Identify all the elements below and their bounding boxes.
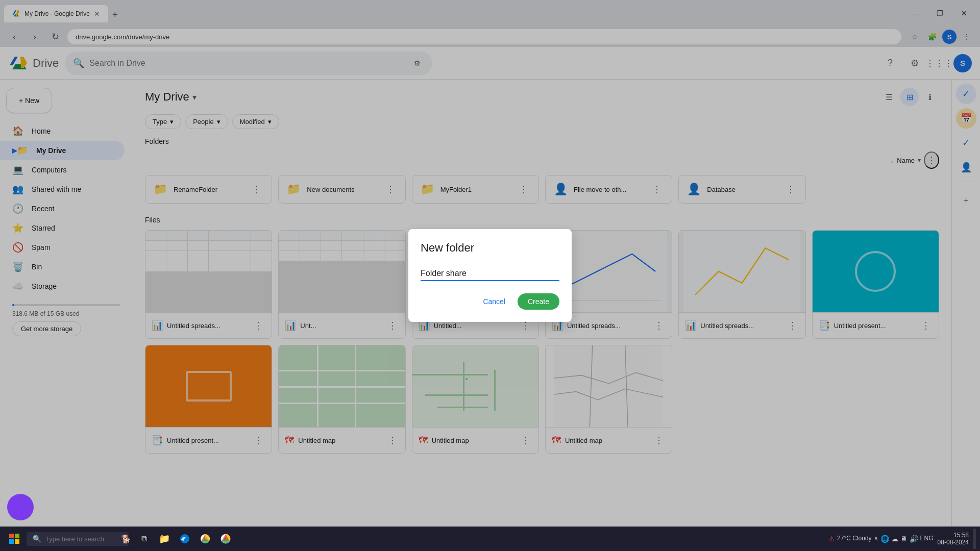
error-icon: ⚠ xyxy=(828,535,835,543)
taskbar-app-icons: ⧉ 📁 xyxy=(135,530,235,548)
taskbar-clock: 15:58 08-08-2024 xyxy=(938,532,969,546)
show-hidden-icon[interactable]: ∧ xyxy=(874,535,878,543)
taskbar-file-explorer-icon[interactable]: 📁 xyxy=(155,530,174,548)
system-overlay-circle xyxy=(7,494,34,520)
dialog-actions: Cancel Create xyxy=(421,293,559,310)
taskbar-chrome-icon[interactable] xyxy=(196,530,214,548)
taskbar-search-icon: 🔍 xyxy=(33,535,41,543)
svg-point-11 xyxy=(180,534,189,543)
date-display: 08-08-2024 xyxy=(938,539,969,546)
taskbar-right: ⚠ 27°C Cloudy ∧ 🌐 ☁ 🖥 🔊 ENG 15:58 08-08-… xyxy=(828,529,976,549)
folder-name-input[interactable] xyxy=(421,267,559,281)
language-label: ENG xyxy=(920,535,934,543)
dialog-title: New folder xyxy=(421,241,559,255)
cloud-icon: ☁ xyxy=(891,535,898,543)
svg-rect-8 xyxy=(15,534,19,538)
taskbar-taskview-icon[interactable]: ⧉ xyxy=(135,530,153,548)
time-display: 15:58 xyxy=(938,532,969,539)
create-button[interactable]: Create xyxy=(518,293,559,310)
modal-overlay: New folder Cancel Create xyxy=(0,0,980,551)
svg-rect-9 xyxy=(9,539,14,544)
taskbar-edge-icon[interactable] xyxy=(176,530,194,548)
system-tray-icons: ⚠ 27°C Cloudy ∧ 🌐 ☁ 🖥 🔊 ENG xyxy=(828,535,934,543)
taskbar-search-input[interactable] xyxy=(45,535,117,543)
taskbar-search-area[interactable]: 🔍 🐕 xyxy=(27,532,129,546)
show-desktop-button[interactable] xyxy=(973,529,976,549)
new-folder-dialog: New folder Cancel Create xyxy=(408,229,572,322)
svg-rect-10 xyxy=(15,539,19,544)
weather-text: 27°C Cloudy xyxy=(837,535,872,543)
network-icon: 🌐 xyxy=(880,535,889,543)
windows-logo-icon xyxy=(9,534,19,544)
start-button[interactable] xyxy=(4,529,24,549)
taskbar-dog-icon: 🐕 xyxy=(121,534,131,544)
svg-rect-7 xyxy=(9,534,14,538)
taskbar-active-chrome-icon[interactable] xyxy=(216,530,235,548)
cancel-button[interactable]: Cancel xyxy=(475,293,513,310)
taskbar: 🔍 🐕 ⧉ 📁 xyxy=(0,527,980,551)
speaker-icon: 🔊 xyxy=(910,535,918,543)
monitor-icon: 🖥 xyxy=(900,535,908,543)
